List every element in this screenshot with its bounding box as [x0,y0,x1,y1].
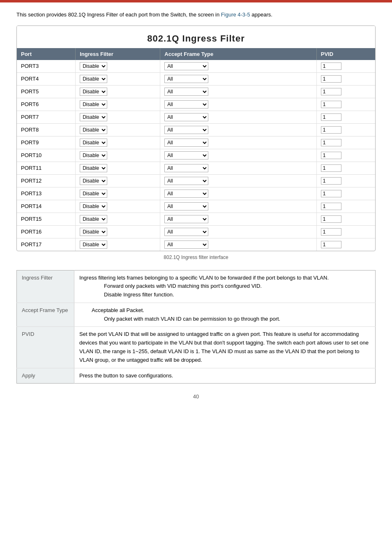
accept-frame-type-select[interactable]: AllTagged OnlyUntagged Only [164,228,208,236]
accept-frame-type-cell: AllTagged OnlyUntagged Only [160,98,317,111]
desc-content: Press the button to save configurations. [74,368,376,384]
table-row: PORT4DisableEnableAllTagged OnlyUntagged… [17,72,375,85]
pvid-input[interactable] [321,113,341,121]
ingress-filter-select[interactable]: DisableEnable [80,228,107,236]
pvid-input[interactable] [321,190,341,197]
pvid-cell [316,98,375,111]
pvid-cell [316,72,375,85]
pvid-input[interactable] [321,62,341,70]
desc-content: Acceptable all Packet. Only packet with … [74,303,376,327]
ingress-filter-cell: DisableEnable [76,174,160,187]
ingress-filter-select[interactable]: DisableEnable [80,126,107,134]
accept-frame-type-select[interactable]: AllTagged OnlyUntagged Only [164,139,208,147]
desc-label: Apply [17,368,74,384]
desc-label: Accept Frame Type [17,303,74,327]
pvid-cell [316,187,375,200]
port-cell: PORT12 [17,174,76,187]
accept-frame-type-select[interactable]: AllTagged OnlyUntagged Only [164,151,208,160]
port-cell: PORT9 [17,136,76,149]
pvid-input[interactable] [321,215,341,223]
col-header-ingress: Ingress Filter [76,48,160,60]
pvid-input[interactable] [321,177,341,185]
ingress-filter-select[interactable]: DisableEnable [80,100,107,109]
ingress-filter-cell: DisableEnable [76,60,160,73]
pvid-cell [316,111,375,123]
accept-frame-type-select[interactable]: AllTagged OnlyUntagged Only [164,100,208,109]
table-row: PORT11DisableEnableAllTagged OnlyUntagge… [17,162,375,174]
table-row: PORT17DisableEnableAllTagged OnlyUntagge… [17,238,375,251]
description-table: Ingress FilterIngress filtering lets fra… [16,270,376,384]
col-header-pvid: PVID [316,48,375,60]
accept-frame-type-select[interactable]: AllTagged OnlyUntagged Only [164,164,208,172]
ingress-filter-select[interactable]: DisableEnable [80,202,107,210]
ingress-filter-select[interactable]: DisableEnable [80,240,107,249]
desc-content: Ingress filtering lets frames belonging … [74,270,376,303]
description-row: PVIDSet the port VLAN ID that will be as… [17,327,376,368]
accept-frame-type-cell: AllTagged OnlyUntagged Only [160,238,317,251]
ingress-filter-select[interactable]: DisableEnable [80,215,107,223]
table-row: PORT16DisableEnableAllTagged OnlyUntagge… [17,225,375,238]
ingress-filter-cell: DisableEnable [76,123,160,136]
port-cell: PORT7 [17,111,76,123]
table-caption: 802.1Q Ingress filter interface [16,254,376,260]
intro-text-before: This section provides 802.1Q Ingress Fil… [16,12,221,18]
pvid-input[interactable] [321,88,341,95]
ingress-filter-select[interactable]: DisableEnable [80,113,107,121]
accept-frame-type-select[interactable]: AllTagged OnlyUntagged Only [164,215,208,223]
ingress-filter-cell: DisableEnable [76,213,160,225]
port-cell: PORT10 [17,149,76,162]
pvid-input[interactable] [321,101,341,108]
ingress-filter-cell: DisableEnable [76,85,160,98]
pvid-cell [316,200,375,213]
ingress-filter-select[interactable]: DisableEnable [80,88,107,96]
accept-frame-type-select[interactable]: AllTagged OnlyUntagged Only [164,113,208,121]
accept-frame-type-cell: AllTagged OnlyUntagged Only [160,111,317,123]
desc-label: Ingress Filter [17,270,74,303]
pvid-cell [316,162,375,174]
pvid-input[interactable] [321,139,341,146]
pvid-cell [316,123,375,136]
page-number: 40 [16,393,376,400]
ingress-filter-cell: DisableEnable [76,162,160,174]
accept-frame-type-select[interactable]: AllTagged OnlyUntagged Only [164,177,208,185]
pvid-input[interactable] [321,126,341,134]
ingress-filter-select[interactable]: DisableEnable [80,151,107,160]
accept-frame-type-select[interactable]: AllTagged OnlyUntagged Only [164,202,208,210]
table-row: PORT14DisableEnableAllTagged OnlyUntagge… [17,200,375,213]
ingress-filter-cell: DisableEnable [76,98,160,111]
accept-frame-type-select[interactable]: AllTagged OnlyUntagged Only [164,75,208,83]
accept-frame-type-cell: AllTagged OnlyUntagged Only [160,60,317,73]
ingress-filter-select[interactable]: DisableEnable [80,75,107,83]
pvid-input[interactable] [321,75,341,83]
figure-link[interactable]: Figure 4-3-5 [221,12,250,18]
pvid-cell [316,60,375,73]
ingress-filter-select[interactable]: DisableEnable [80,177,107,185]
pvid-input[interactable] [321,241,341,248]
ingress-filter-cell: DisableEnable [76,187,160,200]
accept-frame-type-select[interactable]: AllTagged OnlyUntagged Only [164,190,208,198]
pvid-input[interactable] [321,152,341,159]
pvid-input[interactable] [321,164,341,172]
pvid-input[interactable] [321,203,341,210]
accept-frame-type-select[interactable]: AllTagged OnlyUntagged Only [164,126,208,134]
accept-frame-type-select[interactable]: AllTagged OnlyUntagged Only [164,88,208,96]
ingress-filter-select[interactable]: DisableEnable [80,190,107,198]
description-row: ApplyPress the button to save configurat… [17,368,376,384]
pvid-cell [316,136,375,149]
col-header-accept: Accept Frame Type [160,48,317,60]
accept-frame-type-cell: AllTagged OnlyUntagged Only [160,136,317,149]
table-row: PORT3DisableEnableAllTagged OnlyUntagged… [17,60,375,73]
accept-frame-type-select[interactable]: AllTagged OnlyUntagged Only [164,240,208,249]
col-header-port: Port [17,48,76,60]
ingress-filter-select[interactable]: DisableEnable [80,164,107,172]
intro-text-after: appears. [250,12,272,18]
ingress-filter-select[interactable]: DisableEnable [80,62,107,70]
accept-frame-type-select[interactable]: AllTagged OnlyUntagged Only [164,62,208,70]
pvid-cell [316,174,375,187]
description-row: Ingress FilterIngress filtering lets fra… [17,270,376,303]
accept-frame-type-cell: AllTagged OnlyUntagged Only [160,123,317,136]
table-title: 802.1Q Ingress Filter [17,26,375,48]
pvid-cell [316,238,375,251]
ingress-filter-select[interactable]: DisableEnable [80,139,107,147]
pvid-input[interactable] [321,228,341,236]
